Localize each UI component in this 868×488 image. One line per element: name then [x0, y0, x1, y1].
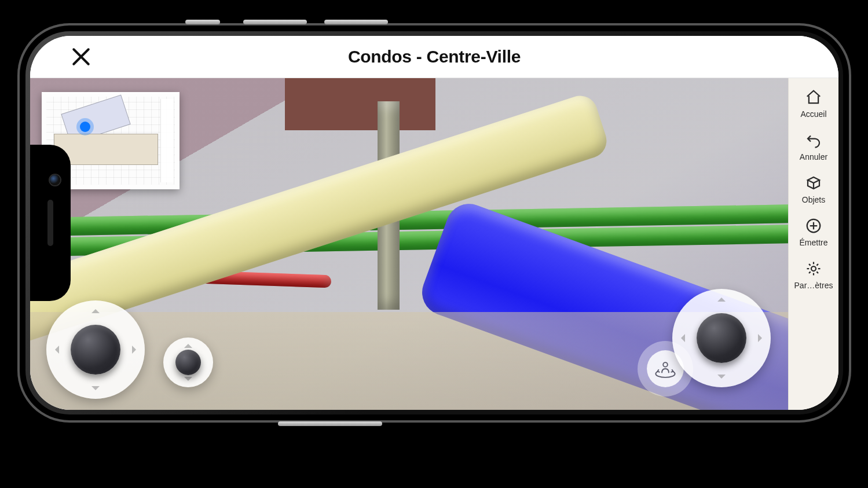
objects-icon: [805, 174, 822, 192]
elevation-joystick[interactable]: [163, 337, 213, 387]
silence-switch: [185, 20, 220, 24]
look-joystick[interactable]: [672, 289, 771, 387]
sidebar-item-label: Annuler: [800, 152, 827, 162]
gear-icon: [805, 260, 822, 277]
chevron-down-icon: [91, 386, 100, 394]
undo-icon: [805, 131, 822, 149]
sidebar-item-objects[interactable]: Objets: [789, 174, 838, 204]
plus-circle-icon: [805, 217, 822, 234]
page-title: Condos - Centre-Ville: [30, 47, 838, 67]
minimap-legend-strip: [160, 99, 174, 182]
app-body: Accueil Annuler Objets: [30, 78, 838, 410]
sidebar-item-home[interactable]: Accueil: [789, 89, 838, 119]
chevron-down-icon: [184, 377, 192, 385]
earpiece: [47, 200, 53, 246]
phone-frame: Condos - Centre-Ville: [17, 23, 851, 423]
chevron-left-icon: [51, 346, 59, 354]
svg-point-0: [663, 362, 668, 367]
volume-down-button: [324, 20, 388, 24]
move-joystick[interactable]: [46, 300, 145, 399]
person-rotate-icon: [654, 358, 676, 380]
chevron-up-icon: [91, 305, 100, 313]
notch: [30, 145, 71, 301]
sidebar-item-label: Accueil: [800, 109, 826, 119]
duct: [285, 78, 435, 130]
volume-up-button: [243, 20, 307, 24]
minimap-position-marker: [80, 122, 90, 132]
viewport-3d[interactable]: [30, 78, 788, 410]
sidebar-item-undo[interactable]: Annuler: [789, 131, 838, 162]
close-button[interactable]: [71, 46, 91, 67]
sidebar-item-raise[interactable]: Émettre: [789, 217, 838, 247]
chevron-up-icon: [184, 340, 192, 348]
svg-point-2: [811, 266, 816, 271]
chevron-right-icon: [758, 334, 766, 342]
screen: Condos - Centre-Ville: [30, 36, 838, 410]
home-icon: [805, 89, 822, 106]
sidebar-item-label: Objets: [802, 195, 825, 204]
power-button: [278, 421, 382, 426]
chevron-up-icon: [717, 293, 726, 302]
chevron-down-icon: [717, 375, 726, 383]
app-header: Condos - Centre-Ville: [30, 36, 838, 78]
chevron-right-icon: [132, 346, 140, 354]
sidebar-item-label: Par…ètres: [794, 281, 833, 290]
sidebar-item-label: Émettre: [799, 238, 827, 247]
sidebar-item-settings[interactable]: Par…ètres: [789, 260, 838, 290]
front-camera: [50, 175, 60, 185]
right-sidebar: Accueil Annuler Objets: [788, 78, 838, 410]
chevron-left-icon: [677, 334, 685, 342]
